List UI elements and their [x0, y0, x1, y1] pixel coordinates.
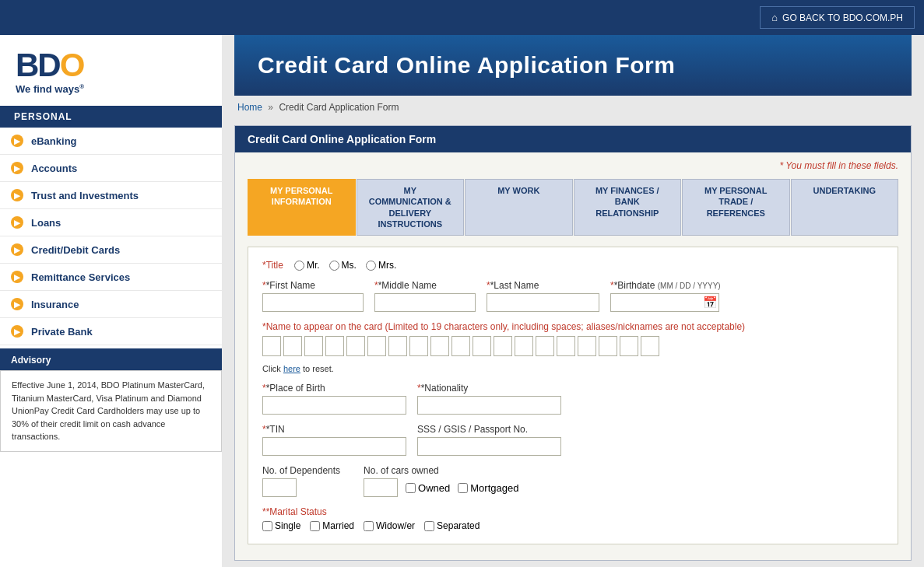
card-char-19[interactable] [641, 336, 659, 356]
tab-finances[interactable]: MY FINANCES / BANK RELATIONSHIP [574, 179, 682, 236]
mortgaged-checkbox[interactable] [458, 483, 468, 493]
card-char-15[interactable] [557, 336, 575, 356]
sidebar-item-trust[interactable]: ▶ Trust and Investments [0, 182, 222, 209]
nationality-group: **Nationality [417, 383, 561, 415]
dependents-input[interactable] [262, 478, 297, 497]
marital-single-checkbox[interactable] [262, 521, 272, 531]
owned-checkbox[interactable] [406, 483, 416, 493]
marital-married[interactable]: Married [310, 520, 354, 531]
place-birth-input[interactable] [262, 396, 406, 415]
cars-label: No. of cars owned [364, 465, 518, 476]
card-char-6[interactable] [367, 336, 386, 356]
go-back-button[interactable]: ⌂ GO BACK TO BDO.COM.PH [760, 6, 915, 29]
reset-text: to reset. [303, 364, 334, 373]
card-char-17[interactable] [599, 336, 617, 356]
sidebar-item-label: Private Bank [31, 326, 93, 338]
card-char-2[interactable] [283, 336, 302, 356]
remittance-arrow-icon: ▶ [11, 271, 23, 283]
reset-link[interactable]: here [283, 364, 300, 373]
card-char-12[interactable] [494, 336, 512, 356]
title-mr-radio[interactable] [294, 261, 304, 271]
title-mr[interactable]: Mr. [294, 260, 320, 271]
logo-o: O [60, 49, 84, 82]
title-ms[interactable]: Ms. [329, 260, 357, 271]
card-char-11[interactable] [473, 336, 491, 356]
title-ms-radio[interactable] [329, 261, 339, 271]
tab-personal-trade[interactable]: MY PERSONAL TRADE / REFERENCES [682, 179, 790, 236]
sidebar-section-personal: PERSONAL [0, 106, 222, 128]
card-name-row: *Name to appear on the card (Limited to … [262, 321, 884, 356]
sidebar-item-credit-debit[interactable]: ▶ Credit/Debit Cards [0, 236, 222, 264]
form-section: *Title Mr. Ms. [248, 247, 898, 544]
card-char-5[interactable] [346, 336, 365, 356]
place-birth-group: **Place of Birth [262, 383, 406, 415]
form-panel-title: Credit Card Online Application Form [248, 133, 436, 145]
title-mrs-radio[interactable] [366, 261, 376, 271]
go-back-label: GO BACK TO BDO.COM.PH [782, 12, 903, 23]
marital-widower-checkbox[interactable] [364, 521, 374, 531]
cars-input[interactable] [364, 478, 398, 497]
title-mrs[interactable]: Mrs. [366, 260, 396, 271]
breadcrumb-home[interactable]: Home [237, 102, 262, 113]
card-char-1[interactable] [262, 336, 281, 356]
tab-undertaking[interactable]: UNDERTAKING [791, 179, 899, 236]
owned-checkbox-label[interactable]: Owned [406, 482, 450, 494]
card-char-14[interactable] [536, 336, 554, 356]
trust-arrow-icon: ▶ [11, 189, 23, 201]
sidebar-item-label: Loans [31, 217, 61, 229]
card-char-18[interactable] [620, 336, 638, 356]
tab-communication[interactable]: MY COMMUNICATION & DELIVERY INSTRUCTIONS [357, 179, 465, 236]
birth-nationality-row: **Place of Birth **Nationality [262, 383, 884, 415]
sidebar-item-label: Credit/Debit Cards [31, 244, 120, 256]
card-char-9[interactable] [430, 336, 449, 356]
sidebar-item-remittance[interactable]: ▶ Remittance Services [0, 264, 222, 291]
sidebar-item-insurance[interactable]: ▶ Insurance [0, 291, 222, 318]
sss-label: SSS / GSIS / Passport No. [417, 424, 561, 435]
last-name-group: **Last Name [487, 280, 599, 312]
page-title: Credit Card Online Application Form [258, 52, 888, 79]
first-name-group: **First Name [262, 280, 364, 312]
sss-group: SSS / GSIS / Passport No. [417, 424, 561, 456]
tin-input[interactable] [262, 437, 406, 456]
card-char-16[interactable] [578, 336, 596, 356]
marital-separated[interactable]: Separated [424, 520, 480, 531]
card-char-8[interactable] [409, 336, 428, 356]
last-name-label: **Last Name [487, 280, 599, 291]
marital-married-checkbox[interactable] [310, 521, 320, 531]
card-char-3[interactable] [304, 336, 323, 356]
marital-separated-checkbox[interactable] [424, 521, 434, 531]
sidebar-item-loans[interactable]: ▶ Loans [0, 209, 222, 236]
logo-area: BD O We find ways® [0, 35, 222, 106]
card-char-13[interactable] [515, 336, 533, 356]
card-char-4[interactable] [325, 336, 344, 356]
click-here-row: Click here to reset. [262, 364, 884, 373]
card-name-boxes [262, 336, 884, 356]
last-name-input[interactable] [487, 293, 599, 312]
advisory-header: Advisory [0, 348, 222, 370]
marital-widower[interactable]: Widow/er [364, 520, 415, 531]
first-name-input[interactable] [262, 293, 364, 312]
card-char-7[interactable] [388, 336, 407, 356]
sidebar-item-accounts[interactable]: ▶ Accounts [0, 155, 222, 182]
sidebar-item-label: Trust and Investments [31, 190, 139, 201]
sidebar-item-private-bank[interactable]: ▶ Private Bank [0, 318, 222, 345]
private-bank-arrow-icon: ▶ [11, 325, 23, 338]
sss-input[interactable] [417, 437, 561, 456]
card-name-label: *Name to appear on the card (Limited to … [262, 321, 884, 332]
calendar-icon[interactable]: 📅 [703, 296, 718, 310]
loans-arrow-icon: ▶ [11, 216, 23, 229]
sidebar-item-ebanking[interactable]: ▶ eBanking [0, 128, 222, 155]
tab-personal-info[interactable]: MY PERSONAL INFORMATION [248, 179, 356, 236]
marital-single[interactable]: Single [262, 520, 300, 531]
tab-work[interactable]: MY WORK [465, 179, 573, 236]
middle-name-input[interactable] [374, 293, 476, 312]
advisory-content: Effective June 1, 2014, BDO Platinum Mas… [0, 370, 222, 452]
nationality-input[interactable] [417, 396, 561, 415]
tin-group: **TIN [262, 424, 406, 456]
marital-status-row: **Marital Status Single Married [262, 506, 884, 531]
mortgaged-checkbox-label[interactable]: Mortgaged [458, 482, 518, 494]
sidebar-item-label: Accounts [31, 163, 77, 174]
card-char-10[interactable] [451, 336, 470, 356]
sidebar: BD O We find ways® PERSONAL ▶ eBanking ▶… [0, 35, 222, 567]
first-name-label: **First Name [262, 280, 364, 291]
